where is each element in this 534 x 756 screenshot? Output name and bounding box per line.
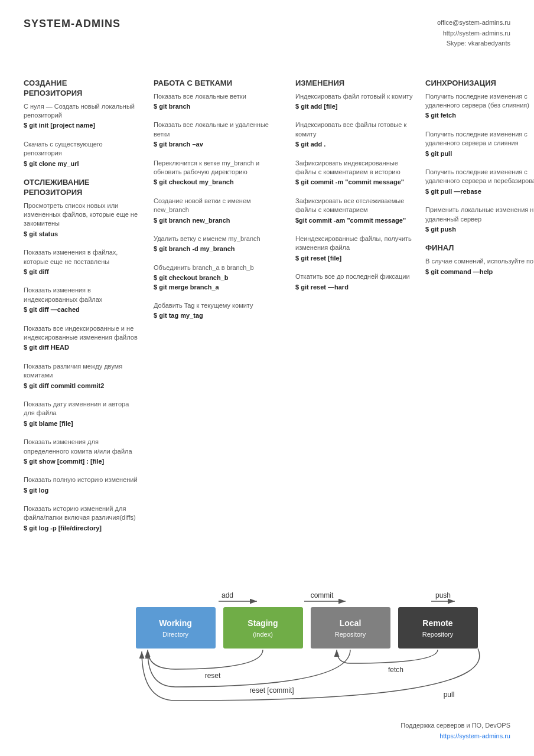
- block-git-push: Применить локальные изменения на удаленн…: [425, 206, 534, 234]
- section-title-changes: ИЗМЕНЕНИЯ: [295, 79, 413, 89]
- desc-git-commit-m: Зафиксировать индексированные файлы с ко…: [295, 159, 413, 177]
- svg-text:Local: Local: [340, 618, 362, 628]
- cmd-git-branch-d: $ git branch -d my_branch: [154, 245, 284, 253]
- svg-text:(index): (index): [253, 631, 273, 638]
- cmd-git-log-p: $ git log -p [file/directory]: [24, 524, 142, 533]
- cmd-git-branch-av: $ git branch –av: [154, 140, 284, 149]
- cmd-git-diff-head: $ git diff HEAD: [24, 343, 142, 352]
- block-git-diff-head: Показать все индексированные и не индекс…: [24, 324, 142, 353]
- desc-git-pull: Получить последние изменения с удаленног…: [425, 130, 534, 148]
- desc-git-reset-hard: Откатить все до последней фиксации: [295, 272, 413, 281]
- desc-git-merge: Объединить branch_a в branch_b: [154, 263, 284, 272]
- desc-git-add-all: Индексировать все файлы готовые к комиту: [295, 120, 413, 139]
- svg-text:Repository: Repository: [335, 631, 366, 638]
- cmd-git-diff-commits: $ git diff commitl commit2: [24, 382, 142, 390]
- block-git-status: Просмотреть список новых или измененных …: [24, 201, 142, 239]
- footer-support-url[interactable]: https://system-admins.ru: [439, 732, 510, 739]
- block-git-branch-d: Удалить ветку с именем my_branch $ git b…: [154, 234, 284, 254]
- git-diagram: add commit push Working Directory Stagin…: [136, 566, 510, 703]
- cmd-git-push: $ git push: [425, 225, 534, 234]
- svg-text:Remote: Remote: [422, 618, 453, 628]
- block-git-blame: Показать дату изменения и автора для фай…: [24, 400, 142, 428]
- block-git-clone: Скачать с существующего репозитория $ gi…: [24, 140, 142, 168]
- logo-suffix: ADMINS: [75, 18, 121, 30]
- block-git-commit-m: Зафиксировать индексированные файлы с ко…: [295, 159, 413, 187]
- desc-git-add-file: Индексировать файл готовый к комиту: [295, 92, 413, 101]
- svg-rect-11: [223, 607, 303, 649]
- cmd-git-log: $ git log: [24, 486, 142, 495]
- desc-git-tag: Добавить Tag к текущему комиту: [154, 301, 284, 310]
- cmd-git-reset-hard: $ git reset —hard: [295, 283, 413, 292]
- footer: Поддержка серверов и ПО, DevOPS https://…: [400, 721, 510, 741]
- desc-git-log: Показать полную историю изменений: [24, 475, 142, 484]
- svg-text:commit: commit: [311, 591, 334, 599]
- desc-git-show: Показать изменения для определенного ком…: [24, 438, 142, 456]
- desc-git-log-p: Показать историю изменений для файла/пап…: [24, 504, 142, 523]
- block-git-show: Показать изменения для определенного ком…: [24, 438, 142, 466]
- block-git-merge: Объединить branch_a в branch_b $ git che…: [154, 263, 284, 292]
- desc-git-branch: Показать все локальные ветки: [154, 92, 284, 101]
- block-git-diff-commits: Показать различия между двумя комитами $…: [24, 362, 142, 390]
- block-git-init: С нуля — Создать новый локальный репозит…: [24, 102, 142, 131]
- desc-git-checkout: Переключится к ветке my_branch и обновит…: [154, 159, 284, 177]
- cmd-git-fetch: $ git fetch: [425, 111, 534, 120]
- cmd-git-clone: $ git clone my_url: [24, 159, 142, 168]
- block-git-branch-av: Показать все локальные и удаленные ветки…: [154, 120, 284, 149]
- cmd-git-tag: $ git tag my_tag: [154, 311, 284, 320]
- section-title-branches: РАБОТА С ВЕТКАМИ: [154, 79, 284, 89]
- column-changes: ИЗМЕНЕНИЯ Индексировать файл готовый к к…: [295, 79, 413, 542]
- svg-text:add: add: [222, 591, 233, 599]
- block-git-tag: Добавить Tag к текущему комиту $ git tag…: [154, 301, 284, 321]
- svg-text:reset: reset: [205, 672, 221, 680]
- cmd-git-show: $ git show [commit] : [file]: [24, 457, 142, 466]
- block-git-reset-file: Неиндексированные файлы, получить измене…: [295, 234, 413, 263]
- cmd-git-status: $ git status: [24, 230, 142, 239]
- cmd-git-checkout: $ git checkout my_branch: [154, 178, 284, 187]
- block-git-branch-new: Создание новой ветки с именем new_branch…: [154, 197, 284, 225]
- block-git-help: В случае сомнений, используйте помощь $ …: [425, 257, 534, 276]
- cmd-git-blame: $ git blame [file]: [24, 419, 142, 428]
- diagram-svg: add commit push Working Directory Stagin…: [136, 566, 534, 702]
- desc-git-status: Просмотреть список новых или измененных …: [24, 201, 142, 229]
- desc-git-clone: Скачать с существующего репозитория: [24, 140, 142, 158]
- svg-text:Staging: Staging: [248, 618, 278, 628]
- page-header: SYSTEM-ADMINS office@system-admins.ru ht…: [24, 18, 510, 49]
- block-git-add-all: Индексировать все файлы готовые к комиту…: [295, 120, 413, 149]
- desc-git-diff-head: Показать все индексированные и не индекс…: [24, 324, 142, 343]
- desc-git-push: Применить локальные изменения на удаленн…: [425, 206, 534, 224]
- block-git-fetch: Получить последние изменения с удаленног…: [425, 92, 534, 120]
- cmd-git-branch: $ git branch: [154, 102, 284, 111]
- svg-text:push: push: [435, 591, 451, 599]
- cmd-git-merge: $ git checkout branch_b$ git merge branc…: [154, 273, 284, 292]
- cmd-git-commit-am: $git commit -am "commit message": [295, 216, 413, 225]
- column-sync: СИНХРОНИЗАЦИЯ Получить последние изменен…: [425, 79, 534, 542]
- block-git-branch: Показать все локальные ветки $ git branc…: [154, 92, 284, 112]
- column-create: СОЗДАНИЕРЕПОЗИТОРИЯ С нуля — Создать нов…: [24, 79, 142, 542]
- cmd-git-commit-m: $ git commit -m "commit message": [295, 178, 413, 187]
- contact-url: http://system-admins.ru: [437, 28, 510, 39]
- section-title-create: СОЗДАНИЕРЕПОЗИТОРИЯ: [24, 79, 142, 99]
- svg-text:Working: Working: [159, 618, 192, 628]
- desc-git-reset-file: Неиндексированные файлы, получить измене…: [295, 234, 413, 253]
- desc-git-pull-rebase: Получить последние изменения с удаленног…: [425, 168, 534, 186]
- svg-rect-17: [398, 607, 478, 649]
- block-git-pull: Получить последние изменения с удаленног…: [425, 130, 534, 158]
- footer-support-text: Поддержка серверов и ПО, DevOPS: [400, 721, 510, 731]
- cmd-git-add-all: $ git add .: [295, 140, 413, 149]
- block-git-add-file: Индексировать файл готовый к комиту $ gi…: [295, 92, 413, 112]
- cmd-git-reset-file: $ git reset [file]: [295, 254, 413, 263]
- logo: SYSTEM-ADMINS: [24, 18, 121, 30]
- cmd-git-pull: $ git pull: [425, 149, 534, 158]
- svg-text:Directory: Directory: [162, 631, 189, 638]
- desc-git-help: В случае сомнений, используйте помощь: [425, 257, 534, 266]
- desc-git-branch-av: Показать все локальные и удаленные ветки: [154, 120, 284, 139]
- logo-prefix: SYSTEM-: [24, 18, 75, 30]
- section-title-final: ФИНАЛ: [425, 243, 534, 253]
- desc-git-branch-new: Создание новой ветки с именем new_branch: [154, 197, 284, 215]
- desc-git-diff-commits: Показать различия между двумя комитами: [24, 362, 142, 380]
- block-git-checkout: Переключится к ветке my_branch и обновит…: [154, 159, 284, 187]
- cmd-git-diff: $ git diff: [24, 268, 142, 276]
- svg-text:Repository: Repository: [422, 631, 454, 638]
- column-branches: РАБОТА С ВЕТКАМИ Показать все локальные …: [154, 79, 284, 542]
- svg-text:pull: pull: [444, 690, 455, 699]
